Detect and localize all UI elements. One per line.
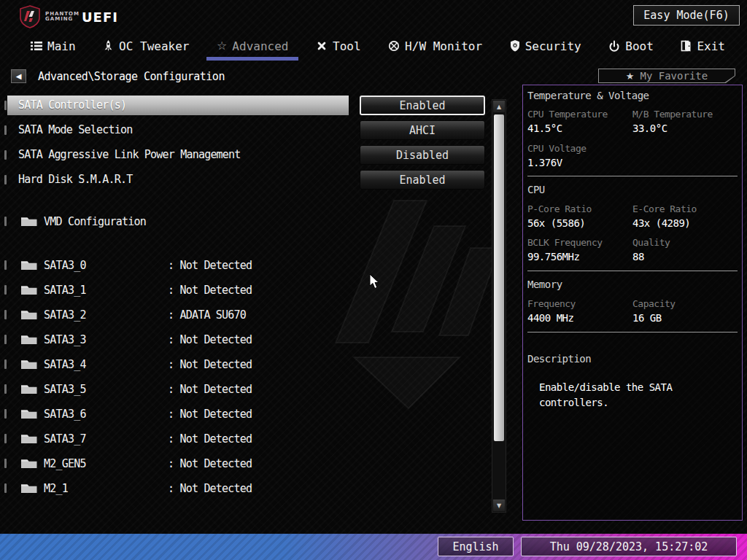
folder-icon xyxy=(21,216,37,230)
datetime-button[interactable]: Thu 09/28/2023, 15:27:02 xyxy=(521,537,737,556)
list-item-sata3-7[interactable]: SATA3_7 : Not Detected xyxy=(0,432,511,446)
list-item-sata3-1[interactable]: SATA3_1 : Not Detected xyxy=(0,283,511,298)
tab-label: Security xyxy=(525,39,581,53)
tab-exit[interactable]: Exit xyxy=(681,34,725,58)
menu-list-icon xyxy=(31,41,42,51)
setting-label: SATA Controller(s) xyxy=(18,96,126,115)
item-label: SATA3_5 xyxy=(44,382,86,397)
list-item-sata3-4[interactable]: SATA3_4 : Not Detected xyxy=(0,357,511,372)
my-favorite-button[interactable]: ★ My Favorite xyxy=(598,69,735,83)
panel-separator xyxy=(527,176,738,176)
easy-mode-button[interactable]: Easy Mode(F6) xyxy=(633,5,740,26)
exit-door-icon xyxy=(681,40,692,52)
tab-label: Exit xyxy=(697,39,725,53)
setting-label: Hard Disk S.M.A.R.T xyxy=(18,170,132,190)
datetime-label: Thu 09/28/2023, 15:27:02 xyxy=(550,540,708,553)
list-item-sata3-0[interactable]: SATA3_0 : Not Detected xyxy=(0,258,511,273)
section-title-cpu: CPU xyxy=(527,184,545,195)
tab-security[interactable]: Security xyxy=(510,34,581,58)
row-tick xyxy=(4,101,7,110)
brand-uefi: UEFI xyxy=(82,9,118,25)
pg-shield-icon xyxy=(19,5,41,28)
active-tab-underline xyxy=(206,57,298,61)
setting-value-button[interactable]: Enabled xyxy=(360,96,485,115)
footer-bar: English Thu 09/28/2023, 15:27:02 xyxy=(0,534,747,560)
item-value: : Not Detected xyxy=(168,283,252,298)
memory-capacity-label: Capacity xyxy=(632,298,676,309)
arrow-down-icon: ▼ xyxy=(497,502,501,509)
setting-row-sata-controllers[interactable]: SATA Controller(s) Enabled xyxy=(0,96,511,115)
setting-value-button[interactable]: AHCI xyxy=(360,120,485,140)
list-item-sata3-2[interactable]: SATA3_2 : ADATA SU670 xyxy=(0,308,511,322)
scroll-up-button[interactable]: ▲ xyxy=(493,101,505,112)
e-core-ratio-label: E-Core Ratio xyxy=(632,203,697,214)
p-core-ratio-value: 56x (5586) xyxy=(527,217,585,229)
tab-label: Main xyxy=(47,39,76,53)
item-label: SATA3_6 xyxy=(44,407,86,421)
folder-icon xyxy=(21,334,37,349)
item-value: : ADATA SU670 xyxy=(168,308,246,322)
tab-tool[interactable]: Tool xyxy=(316,34,361,58)
quality-label: Quality xyxy=(632,237,670,248)
list-item-m2-gen5[interactable]: M2_GEN5 : Not Detected xyxy=(0,456,511,471)
section-title-temp-voltage: Temperature & Voltage xyxy=(527,90,649,101)
scrollbar[interactable]: ▲ ▼ xyxy=(492,99,506,513)
folder-icon xyxy=(21,260,37,274)
tab-hw-monitor[interactable]: H/W Monitor xyxy=(388,34,482,58)
list-item-sata3-3[interactable]: SATA3_3 : Not Detected xyxy=(0,332,511,347)
tab-main[interactable]: Main xyxy=(31,34,76,58)
tab-label: Tool xyxy=(333,39,361,53)
tab-oc-tweaker[interactable]: OC Tweaker xyxy=(103,34,189,58)
list-item-sata3-6[interactable]: SATA3_6 : Not Detected xyxy=(0,407,511,421)
item-label: M2_1 xyxy=(44,481,68,496)
row-tick xyxy=(4,150,7,160)
item-label: SATA3_7 xyxy=(44,432,86,446)
folder-icon xyxy=(21,309,37,324)
item-label: SATA3_3 xyxy=(44,332,86,347)
item-label: M2_GEN5 xyxy=(44,456,86,471)
item-label: SATA3_4 xyxy=(44,357,86,372)
setting-row-sata-mode[interactable]: SATA Mode Selection AHCI xyxy=(0,120,511,140)
row-tick xyxy=(4,175,7,184)
list-item-m2-1[interactable]: M2_1 : Not Detected xyxy=(0,481,511,496)
item-value: : Not Detected xyxy=(168,481,252,496)
setting-value: AHCI xyxy=(409,124,436,137)
folder-icon xyxy=(21,408,37,423)
item-value: : Not Detected xyxy=(168,332,252,347)
cpu-temp-value: 41.5°C xyxy=(527,122,562,134)
shield-icon xyxy=(510,40,520,52)
top-nav: Main OC Tweaker ☆ Advanced Tool xyxy=(31,34,725,58)
setting-value-button[interactable]: Enabled xyxy=(360,170,485,190)
scrollbar-thumb[interactable] xyxy=(494,114,504,441)
tab-advanced[interactable]: ☆ Advanced xyxy=(217,34,288,58)
row-tick xyxy=(4,409,7,419)
setting-row-smart[interactable]: Hard Disk S.M.A.R.T Enabled xyxy=(0,170,511,190)
row-tick xyxy=(4,384,7,394)
list-item-vmd-configuration[interactable]: VMD Configuration xyxy=(0,214,511,229)
section-title-memory: Memory xyxy=(527,279,562,290)
breadcrumb: Advanced\Storage Configuration xyxy=(38,70,225,83)
setting-value-button[interactable]: Disabled xyxy=(360,145,485,165)
arrow-up-icon: ▲ xyxy=(497,104,501,110)
language-label: English xyxy=(452,540,498,553)
brand-gaming: GAMING xyxy=(45,17,80,22)
setting-row-sata-alpm[interactable]: SATA Aggressive Link Power Management Di… xyxy=(0,145,511,165)
tab-label: OC Tweaker xyxy=(119,39,189,53)
scroll-down-button[interactable]: ▼ xyxy=(493,499,505,511)
hw-monitor-panel: Temperature & Voltage CPU Temperature M/… xyxy=(522,85,743,521)
row-tick xyxy=(4,483,7,493)
my-favorite-label: My Favorite xyxy=(640,70,708,82)
phantom-gaming-logo: PHANTOM GAMING UEFI xyxy=(19,5,118,28)
setting-value: Enabled xyxy=(399,174,445,187)
language-button[interactable]: English xyxy=(438,537,514,556)
list-item-sata3-5[interactable]: SATA3_5 : Not Detected xyxy=(0,382,511,397)
item-value: : Not Detected xyxy=(168,357,252,372)
tab-label: Boot xyxy=(625,39,654,53)
description-text: Enable/disable the SATA controllers. xyxy=(539,380,714,411)
cpu-voltage-value: 1.376V xyxy=(527,157,562,168)
tab-boot[interactable]: Boot xyxy=(608,34,654,58)
setting-label: SATA Mode Selection xyxy=(18,120,132,140)
p-core-ratio-label: P-Core Ratio xyxy=(527,203,592,214)
back-button[interactable]: ◀ xyxy=(11,69,26,83)
memory-capacity-value: 16 GB xyxy=(632,312,662,324)
